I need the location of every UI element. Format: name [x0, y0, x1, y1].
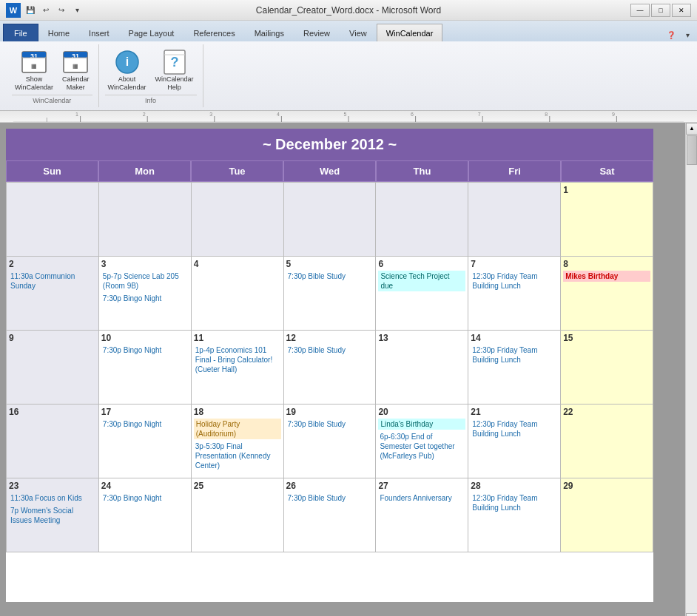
calendar-maker-icon: 31 ▦: [62, 49, 89, 75]
ribbon-group-info-items: i AboutWinCalendar ? WinCalendarHelp: [105, 47, 197, 93]
event-10-1: 7:30p Bingo Night: [101, 345, 189, 356]
calendar-maker-btn[interactable]: 31 ▦ CalendarMaker: [59, 47, 92, 93]
calendar-grid: 1 2 11:30a Communion Sunday 3 5p-7p Scie…: [6, 182, 653, 552]
date-29: 29: [563, 481, 650, 491]
document-area[interactable]: ~ December 2012 ~ Sun Mon Tue Wed Thu Fr…: [0, 123, 685, 616]
cell-empty-2: [99, 183, 192, 257]
show-wincalendar-btn[interactable]: 31 ▦ ShowWinCalendar: [12, 47, 56, 93]
svg-text:5: 5: [344, 112, 347, 117]
cell-dec-7: 7 12:30p Friday Team Building Lunch: [468, 257, 561, 331]
cell-dec-12: 12 7:30p Bible Study: [284, 331, 377, 405]
cell-dec-5: 5 7:30p Bible Study: [284, 257, 377, 331]
event-20-2: 6p-6:30p End of Semester Get together (M…: [378, 431, 465, 461]
event-23-1: 11:30a Focus on Kids: [9, 493, 96, 504]
qa-dropdown-btn[interactable]: ▾: [70, 4, 84, 17]
ribbon-minimize-btn[interactable]: ▾: [681, 28, 694, 41]
about-label: AboutWinCalendar: [108, 75, 147, 92]
event-8-1: Mikes Birthday: [563, 271, 650, 282]
main-area: ~ December 2012 ~ Sun Mon Tue Wed Thu Fr…: [0, 123, 697, 616]
tab-mailings[interactable]: Mailings: [245, 24, 294, 41]
cell-dec-29: 29: [561, 478, 653, 552]
tab-references[interactable]: References: [183, 24, 244, 41]
show-wincalendar-label: ShowWinCalendar: [15, 75, 53, 92]
event-14-1: 12:30p Friday Team Building Lunch: [471, 345, 558, 365]
date-20: 20: [378, 407, 465, 417]
header-thu: Thu: [376, 160, 468, 182]
cell-dec-18: 18 Holiday Party (Auditorium) 3p-5:30p F…: [192, 405, 284, 478]
cell-dec-15: 15: [561, 331, 653, 405]
svg-text:3: 3: [209, 112, 212, 117]
ribbon-group-wincalendar-items: 31 ▦ ShowWinCalendar 31: [12, 47, 92, 93]
tab-wincalendar[interactable]: WinCalendar: [377, 24, 443, 41]
date-25: 25: [194, 481, 281, 491]
help-icon: ?: [161, 49, 188, 75]
qa-undo-btn[interactable]: ↩: [39, 4, 53, 17]
date-3: 3: [101, 259, 189, 269]
scroll-track[interactable]: [686, 135, 697, 613]
calendar-title: ~ December 2012 ~: [6, 129, 653, 160]
ribbon-group-wincalendar: 31 ▦ ShowWinCalendar 31: [6, 44, 99, 107]
cell-dec-20: 20 Linda's Birthday 6p-6:30p End of Seme…: [376, 405, 468, 478]
minimize-btn[interactable]: —: [630, 4, 650, 17]
svg-text:8: 8: [545, 112, 548, 117]
scroll-up-btn[interactable]: ▲: [686, 123, 697, 135]
cell-dec-19: 19 7:30p Bible Study: [284, 405, 377, 478]
scroll-split-btn[interactable]: □: [686, 613, 697, 616]
cell-dec-25: 25: [192, 478, 284, 552]
cell-dec-3: 3 5p-7p Science Lab 205 (Room 9B) 7:30p …: [99, 257, 192, 331]
date-21: 21: [471, 407, 558, 417]
tab-view[interactable]: View: [340, 24, 377, 41]
event-28-1: 12:30p Friday Team Building Lunch: [471, 493, 558, 513]
qa-redo-btn[interactable]: ↪: [55, 4, 68, 17]
cell-empty-4: [284, 183, 377, 257]
about-wincalendar-btn[interactable]: i AboutWinCalendar: [105, 47, 149, 93]
info-group-label: Info: [105, 95, 197, 104]
event-26-1: 7:30p Bible Study: [286, 493, 374, 504]
cell-dec-17: 17 7:30p Bingo Night: [99, 405, 192, 478]
title-bar-left: W 💾 ↩ ↪ ▾: [6, 3, 84, 18]
date-22: 22: [563, 407, 650, 417]
date-8: 8: [563, 259, 650, 269]
date-14: 14: [471, 333, 558, 343]
quick-access-toolbar: 💾 ↩ ↪ ▾: [24, 4, 84, 17]
ribbon: File Home Insert Page Layout References …: [0, 21, 697, 111]
svg-text:4: 4: [277, 112, 280, 117]
tab-file[interactable]: File: [3, 24, 38, 41]
event-21-1: 12:30p Friday Team Building Lunch: [471, 419, 558, 439]
date-26: 26: [286, 481, 374, 491]
cell-dec-9: 9: [7, 331, 99, 405]
close-btn[interactable]: ✕: [672, 4, 691, 17]
event-23-2: 7p Women's Social Issues Meeting: [9, 505, 96, 526]
date-2: 2: [9, 259, 96, 269]
date-27: 27: [378, 481, 465, 491]
ruler-content: 1 2 3 4 5 6 7 8 9: [13, 111, 684, 122]
cell-dec-4: 4: [192, 257, 284, 331]
date-28: 28: [471, 481, 558, 491]
cell-dec-22: 22: [561, 405, 653, 478]
header-fri: Fri: [468, 160, 561, 182]
header-sat: Sat: [561, 160, 653, 182]
maximize-btn[interactable]: □: [651, 4, 670, 17]
show-wincalendar-icon: 31 ▦: [21, 49, 47, 75]
ribbon-help-btn[interactable]: ❓: [664, 28, 678, 41]
date-10: 10: [101, 333, 189, 343]
event-12-1: 7:30p Bible Study: [286, 345, 374, 356]
scrollbar-right[interactable]: ▲ □ ▼ ▼: [685, 123, 697, 616]
wincalendar-help-btn[interactable]: ? WinCalendarHelp: [152, 47, 197, 93]
tab-home[interactable]: Home: [38, 24, 79, 41]
svg-text:7: 7: [478, 112, 481, 117]
header-wed: Wed: [283, 160, 376, 182]
event-24-1: 7:30p Bingo Night: [101, 493, 189, 504]
tab-page-layout[interactable]: Page Layout: [119, 24, 184, 41]
tab-insert[interactable]: Insert: [79, 24, 119, 41]
scroll-thumb[interactable]: [687, 135, 697, 165]
date-5: 5: [286, 259, 374, 269]
qa-save-btn[interactable]: 💾: [24, 4, 37, 17]
cell-dec-10: 10 7:30p Bingo Night: [99, 331, 192, 405]
date-19: 19: [286, 407, 374, 417]
wincalendar-group-label: WinCalendar: [12, 95, 92, 104]
date-23: 23: [9, 481, 96, 491]
tab-review[interactable]: Review: [294, 24, 340, 41]
date-17: 17: [101, 407, 189, 417]
date-12: 12: [286, 333, 374, 343]
